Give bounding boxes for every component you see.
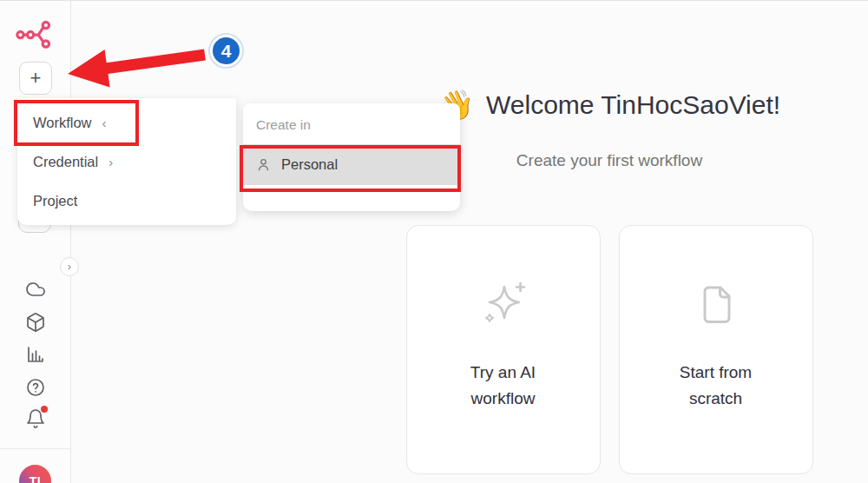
insights-chart-icon[interactable] xyxy=(25,344,46,365)
notification-dot xyxy=(41,406,48,413)
create-menu: Workflow ‹ Credential › Project xyxy=(17,98,236,225)
notifications-bell-icon[interactable] xyxy=(25,408,46,429)
sidebar-expand-button[interactable]: › xyxy=(60,257,79,276)
step-number-badge: 4 xyxy=(210,35,242,67)
start-from-scratch-card[interactable]: Start from scratch xyxy=(619,225,813,474)
document-icon xyxy=(687,276,745,334)
n8n-logo-icon[interactable] xyxy=(16,20,54,48)
chevron-right-icon: › xyxy=(108,155,113,169)
menu-item-label: Credential xyxy=(33,154,98,170)
card-label: Try an AI workflow xyxy=(447,360,560,412)
menu-item-label: Workflow xyxy=(33,115,92,131)
submenu-item-personal[interactable]: Personal xyxy=(243,144,460,185)
help-icon[interactable] xyxy=(25,377,46,398)
menu-item-label: Project xyxy=(33,193,77,209)
welcome-title-text: Welcome TinHocSaoViet! xyxy=(486,90,780,120)
cloud-icon[interactable] xyxy=(25,279,46,300)
sidebar: + TI xyxy=(0,1,71,483)
submenu-header: Create in xyxy=(243,103,460,133)
create-in-submenu: Create in Personal xyxy=(243,103,460,211)
menu-item-workflow[interactable]: Workflow ‹ xyxy=(17,103,236,142)
card-label: Start from scratch xyxy=(660,360,773,412)
person-icon xyxy=(255,156,272,173)
menu-item-project[interactable]: Project xyxy=(17,182,236,221)
annotation-arrow xyxy=(59,34,215,95)
menu-item-credential[interactable]: Credential › xyxy=(17,142,236,182)
chevron-left-icon: ‹ xyxy=(102,116,107,130)
sidebar-divider xyxy=(0,448,71,449)
starter-cards: Try an AI workflow Start from scratch xyxy=(349,225,868,474)
package-icon[interactable] xyxy=(25,312,46,333)
submenu-item-label: Personal xyxy=(281,156,338,173)
try-ai-workflow-card[interactable]: Try an AI workflow xyxy=(406,225,601,474)
user-avatar[interactable]: TI xyxy=(19,465,51,483)
ai-sparkle-icon xyxy=(475,276,532,334)
add-button[interactable]: + xyxy=(19,62,52,95)
